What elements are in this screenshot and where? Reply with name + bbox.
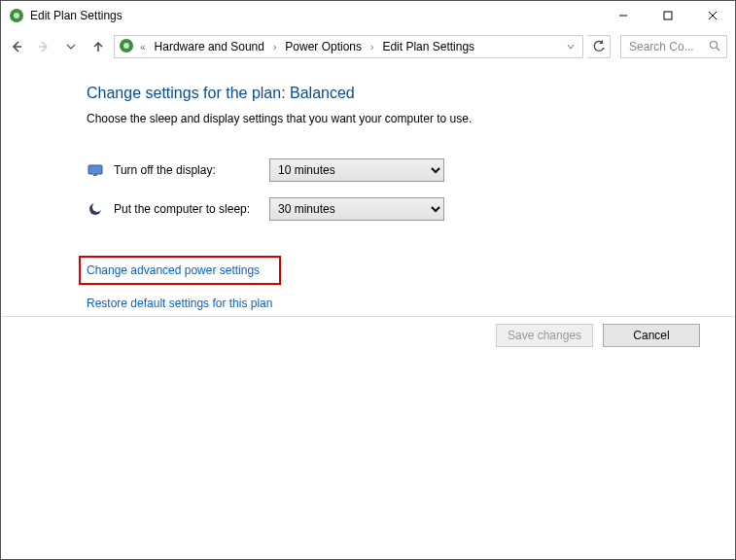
svg-line-12 [717,48,719,51]
page-title: Change settings for the plan: Balanced [87,85,677,102]
svg-point-10 [123,43,129,49]
address-icon [119,38,134,56]
restore-defaults-link[interactable]: Restore default settings for this plan [87,297,272,310]
window-title: Edit Plan Settings [30,9,123,22]
display-timeout-select[interactable]: 10 minutes [269,158,444,182]
forward-button[interactable] [32,35,55,58]
svg-rect-14 [93,174,97,176]
back-button[interactable] [5,35,28,58]
sleep-timeout-select[interactable]: 30 minutes [269,197,444,221]
footer-buttons: Save changes Cancel [496,324,700,347]
up-button[interactable] [87,35,110,58]
main-content: Change settings for the plan: Balanced C… [1,63,735,328]
advanced-power-settings-link[interactable]: Change advanced power settings [79,256,281,285]
cancel-button[interactable]: Cancel [603,324,700,347]
breadcrumb-prefix: « [138,42,148,52]
nav-bar: « Hardware and Sound › Power Options › E… [1,30,735,63]
recent-locations-button[interactable] [59,35,83,58]
footer-separator [2,316,734,317]
svg-point-1 [14,13,19,18]
breadcrumb-item[interactable]: Hardware and Sound [152,38,267,55]
title-bar: Edit Plan Settings [1,1,735,30]
close-button[interactable] [690,1,735,30]
chevron-right-icon: › [368,42,375,52]
address-bar[interactable]: « Hardware and Sound › Power Options › E… [114,35,583,58]
page-subtext: Choose the sleep and display settings th… [87,112,677,125]
minimize-button[interactable] [601,1,646,30]
sleep-timeout-label: Put the computer to sleep: [114,202,269,216]
search-box[interactable] [620,35,727,58]
display-timeout-row: Turn off the display: 10 minutes [87,158,677,182]
app-icon [9,8,24,23]
svg-point-11 [711,41,718,48]
monitor-icon [87,161,104,179]
breadcrumb-item[interactable]: Power Options [282,38,365,55]
breadcrumb-item[interactable]: Edit Plan Settings [379,38,477,55]
svg-rect-13 [88,165,102,174]
svg-point-16 [92,202,102,212]
address-dropdown-button[interactable] [563,42,578,52]
search-icon [709,40,720,54]
refresh-button[interactable] [587,35,611,58]
maximize-button[interactable] [646,1,690,30]
display-timeout-label: Turn off the display: [114,163,269,177]
save-button: Save changes [496,324,593,347]
chevron-right-icon: › [271,42,278,52]
search-input[interactable] [627,39,699,54]
sleep-timeout-row: Put the computer to sleep: 30 minutes [87,197,677,221]
moon-icon [87,200,104,218]
svg-rect-3 [664,12,672,19]
